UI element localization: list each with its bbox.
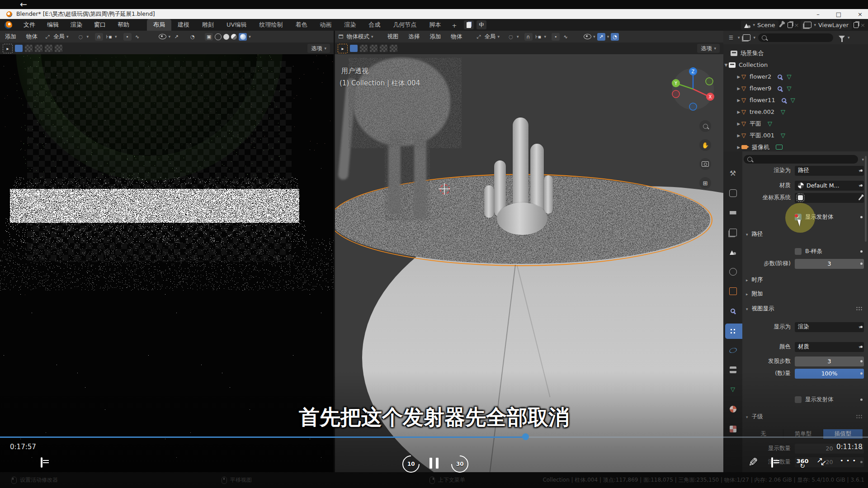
menu-render[interactable]: 渲染 bbox=[65, 19, 88, 31]
magnet-snap-icon[interactable]: ∩ bbox=[95, 33, 103, 41]
tab-rendering[interactable]: 渲染 bbox=[338, 19, 362, 31]
animate-dot[interactable] bbox=[860, 216, 863, 218]
collection-row[interactable]: ▼ Collection ✓ bbox=[723, 59, 868, 70]
left-viewport-options-button[interactable]: 选项▾ bbox=[307, 44, 330, 53]
section-extra[interactable]: ▸附加 bbox=[746, 290, 763, 298]
progress-knob[interactable] bbox=[522, 433, 529, 440]
falloff-curve-icon[interactable]: ∿ bbox=[561, 33, 570, 41]
object-row-flower2[interactable]: ▶▽ flower2 ▽ bbox=[723, 71, 868, 82]
select-box-tool[interactable]: ▸ bbox=[338, 44, 348, 53]
animate-dot[interactable] bbox=[860, 372, 863, 375]
section-timing[interactable]: ▸时序 bbox=[746, 276, 763, 284]
menu-file[interactable]: 文件 bbox=[18, 19, 41, 31]
select-mode-intersect[interactable] bbox=[390, 45, 397, 52]
animate-dot[interactable] bbox=[860, 461, 863, 463]
menu-object[interactable]: 物体 bbox=[22, 33, 42, 41]
select-mode-invert[interactable] bbox=[380, 45, 387, 52]
properties-tab-output[interactable] bbox=[727, 206, 739, 218]
select-mode-invert[interactable] bbox=[45, 45, 52, 52]
object-row-plane001[interactable]: ▶▽ 平面.001 ▽ bbox=[723, 130, 868, 141]
blender-logo-icon[interactable] bbox=[5, 21, 12, 29]
navigation-gizmo[interactable]: Z X Y bbox=[670, 64, 716, 114]
gizmos-icon[interactable]: ↗ bbox=[597, 33, 605, 41]
tab-texture-paint[interactable]: 纹理绘制 bbox=[253, 19, 289, 31]
steps-slider[interactable]: 3 bbox=[795, 259, 864, 269]
animate-dot[interactable] bbox=[860, 346, 863, 348]
subtitle-toggle-icon[interactable] bbox=[41, 458, 42, 467]
display-mode-icon[interactable] bbox=[743, 34, 751, 42]
tab-scripting[interactable]: 脚本 bbox=[423, 19, 447, 31]
properties-tab-view-layer[interactable] bbox=[727, 226, 739, 238]
overlays-icon[interactable]: ◔ bbox=[611, 33, 619, 41]
display-as-dropdown[interactable]: 渲染▾ bbox=[795, 322, 864, 332]
coordinate-object-field[interactable] bbox=[795, 193, 864, 203]
properties-tab-world[interactable] bbox=[727, 266, 739, 277]
rotate-360-icon[interactable]: 360 ↻ bbox=[793, 456, 811, 469]
rewind-10-button[interactable]: 10 bbox=[402, 455, 420, 473]
falloff-curve-icon[interactable]: ∿ bbox=[133, 33, 142, 41]
properties-tab-scene[interactable] bbox=[727, 246, 739, 258]
properties-tab-object[interactable] bbox=[727, 285, 739, 297]
strand-steps-slider[interactable]: 3 bbox=[795, 357, 864, 366]
progress-bar-remaining[interactable] bbox=[525, 436, 868, 438]
select-mode-new[interactable] bbox=[350, 45, 358, 52]
transform-orientation-icon[interactable]: ⤢ bbox=[475, 33, 483, 41]
bspline-checkbox[interactable] bbox=[795, 248, 802, 255]
pin-icon[interactable] bbox=[778, 23, 783, 28]
gizmos-icon[interactable]: ↗ bbox=[172, 33, 180, 41]
amount-slider[interactable]: 100% bbox=[795, 369, 864, 379]
modifier-wrench-icon[interactable] bbox=[781, 97, 787, 103]
viewlayer-selector[interactable]: ▾ ViewLayer bbox=[801, 20, 852, 30]
snap-target-icon[interactable]: ⊦▪ bbox=[534, 33, 542, 41]
proportional-edit-icon[interactable]: • bbox=[552, 33, 560, 41]
shading-solid-icon[interactable] bbox=[223, 34, 229, 40]
transform-orientation-icon[interactable]: ⤢ bbox=[43, 33, 52, 41]
fullscreen-resize-icon[interactable]: ↗↙ bbox=[816, 455, 827, 465]
animate-dot[interactable] bbox=[860, 399, 863, 401]
animate-dot[interactable] bbox=[860, 250, 863, 253]
color-dropdown[interactable]: 材质▾ bbox=[795, 342, 864, 352]
object-row-flower11[interactable]: ▶▽ flower11 ▽ bbox=[723, 94, 868, 106]
properties-tab-physics[interactable] bbox=[727, 344, 739, 356]
more-options-icon[interactable]: • • • bbox=[840, 457, 856, 464]
camera-view-icon[interactable] bbox=[699, 158, 711, 170]
tab-modeling[interactable]: 建模 bbox=[171, 19, 196, 31]
object-row-plane[interactable]: ▶▽ 平面 ▽ bbox=[723, 118, 868, 129]
properties-scrollbar[interactable] bbox=[865, 156, 867, 242]
filter-icon[interactable] bbox=[839, 36, 845, 39]
center-viewport-options-button[interactable]: 选项▾ bbox=[697, 44, 720, 53]
properties-tab-data[interactable]: ▽ bbox=[727, 384, 739, 395]
shading-material-icon[interactable] bbox=[231, 34, 237, 40]
outliner-editor-icon[interactable]: ☰ bbox=[727, 34, 735, 42]
shading-wireframe-icon[interactable] bbox=[215, 33, 222, 40]
modifier-wrench-icon[interactable] bbox=[777, 73, 783, 80]
delete-viewlayer-icon[interactable]: × bbox=[860, 22, 865, 28]
back-button[interactable]: ← bbox=[20, 0, 27, 9]
orientation-label[interactable]: 全局 bbox=[53, 33, 65, 41]
drag-dots-icon[interactable] bbox=[856, 306, 862, 310]
disclosure-icon[interactable]: ▼ bbox=[723, 63, 729, 67]
animate-dot[interactable] bbox=[860, 360, 863, 362]
snap-pivot-icon[interactable]: ◌ bbox=[77, 33, 85, 41]
mesh-data-icon[interactable]: ▽ bbox=[781, 133, 785, 138]
danmaku-screen-icon[interactable] bbox=[771, 458, 773, 467]
scene-collection-row[interactable]: 场景集合 bbox=[723, 47, 868, 59]
material-dropdown[interactable]: Default M...▾ bbox=[795, 181, 864, 191]
properties-tab-modifiers[interactable] bbox=[727, 305, 739, 317]
snap-target-icon[interactable]: ⊦▪ bbox=[105, 33, 113, 41]
modifier-wrench-icon[interactable] bbox=[777, 85, 783, 91]
mesh-data-icon[interactable]: ▽ bbox=[781, 109, 785, 115]
tab-layout[interactable]: 布局 bbox=[147, 19, 171, 31]
tab-animation[interactable]: 动画 bbox=[313, 19, 338, 31]
xray-icon[interactable]: ▣ bbox=[205, 33, 213, 41]
tab-shading[interactable]: 着色 bbox=[289, 19, 313, 31]
render-as-dropdown[interactable]: 路径▾ bbox=[795, 166, 864, 176]
orientation-label[interactable]: 全局 bbox=[485, 33, 496, 41]
mode-selector[interactable]: 物体模式 bbox=[347, 33, 369, 41]
select-box-tool[interactable]: ▸ bbox=[3, 44, 13, 53]
ortho-grid-icon[interactable]: ⊞ bbox=[699, 177, 711, 189]
snap-pivot-icon[interactable]: ◌ bbox=[507, 33, 515, 41]
properties-tab-particles[interactable] bbox=[727, 325, 739, 337]
menu-add[interactable]: 添加 bbox=[1, 33, 20, 41]
maximize-button[interactable]: □ bbox=[836, 11, 841, 18]
